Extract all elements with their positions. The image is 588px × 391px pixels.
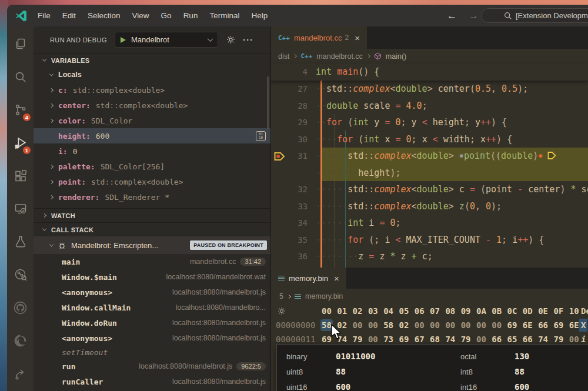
menu-item-edit[interactable]: Edit	[56, 5, 82, 26]
variable-row[interactable]: i:0	[34, 143, 270, 159]
variable-row[interactable]: palette:SDL_Color[256]	[34, 159, 270, 174]
breadcrumb-file[interactable]: memory.bin	[305, 292, 343, 300]
breadcrumb-dist[interactable]: dist	[278, 52, 289, 61]
code-line[interactable]: 4int main() {	[271, 64, 588, 81]
code-line[interactable]: 29··for (int y = 0; y < height; y++) {	[271, 114, 588, 131]
scope-locals[interactable]: Locals	[34, 67, 270, 82]
debug-continue-icon	[547, 151, 556, 160]
watch-header-label: WATCH	[51, 212, 75, 219]
start-debug-icon[interactable]	[121, 37, 126, 43]
code-line[interactable]: 33······std::complex<double> z(0, 0);	[271, 198, 588, 215]
hex-byte[interactable]: 6E	[523, 318, 538, 332]
github-icon[interactable]	[7, 291, 34, 324]
debug-visualizer-icon[interactable]	[7, 258, 34, 291]
code-line[interactable]: 32······std::complex<double> c = (point …	[271, 181, 588, 198]
variable-row[interactable]: renderer:SDL_Renderer *	[34, 189, 270, 205]
panel-breadcrumb[interactable]: 5 memory.bin	[271, 289, 588, 304]
close-icon[interactable]: ×	[334, 273, 339, 283]
stack-frame[interactable]: runlocalhost:8080/mandelbrot.js9622:5	[34, 359, 270, 374]
run-debug-sidebar: RUN AND DEBUG Mandelbrot ··· VARIABLES	[34, 26, 270, 391]
edge-browser-icon[interactable]	[7, 324, 34, 357]
hex-byte[interactable]: 00	[353, 318, 368, 332]
menu-item-file[interactable]: File	[32, 5, 56, 26]
menu-item-selection[interactable]: Selection	[82, 5, 126, 26]
hex-byte[interactable]: 58	[383, 318, 399, 332]
code-line[interactable]: 30····for (int x = 0; x < width; x++) {	[271, 131, 588, 148]
command-center-search[interactable]: [Extension Development Host]	[481, 8, 588, 23]
hex-byte[interactable]: 00	[476, 318, 492, 332]
hex-byte[interactable]: 00	[430, 318, 445, 332]
hex-byte[interactable]: 02	[399, 318, 414, 332]
search-view-icon[interactable]	[7, 61, 34, 93]
stack-frame[interactable]: setTimeout	[34, 346, 270, 359]
launch-config-dropdown[interactable]: Mandelbrot	[115, 32, 218, 48]
code-line[interactable]: 36········z = z * z + c;	[271, 248, 588, 265]
tab-label: memory.bin	[289, 274, 328, 283]
gear-icon[interactable]	[226, 35, 236, 45]
menu-item-run[interactable]: Run	[178, 5, 204, 26]
variables-section-header[interactable]: VARIABLES	[34, 53, 270, 67]
code-line[interactable]: 27··std::complex<double> center(0.5, 0.5…	[271, 81, 588, 98]
tab-mandelbrot-cc[interactable]: C++ mandelbrot.cc 2 ×	[271, 26, 367, 49]
stack-frame[interactable]: <anonymous>localhost:8080/mandelbrot.js	[34, 330, 270, 346]
close-icon[interactable]: ×	[355, 33, 360, 43]
variable-row[interactable]: point:std::complex<double>	[34, 174, 270, 189]
code-line[interactable]: 31······std::complex<double> ●point((dou…	[271, 148, 588, 165]
code-line[interactable]: 34······int i = 0;	[271, 215, 588, 232]
variable-row[interactable]: height:6000110	[34, 128, 270, 143]
stack-frame[interactable]: Window.$mainlocalhost:8080/mandelbrot.wa…	[34, 269, 270, 285]
nav-forward-icon[interactable]: →	[469, 10, 479, 22]
breadcrumb[interactable]: dist C++ mandelbrot.cc main()	[271, 49, 588, 64]
variable-row[interactable]: center:std::complex<double>	[34, 98, 270, 113]
more-actions-icon[interactable]: ···	[243, 35, 253, 45]
debug-session-row[interactable]: Mandelbrot: Emscripten... PAUSED ON BREA…	[34, 236, 270, 254]
hex-byte[interactable]: 00	[445, 318, 460, 332]
tab-memory-bin[interactable]: memory.bin ×	[271, 268, 346, 289]
menu-item-terminal[interactable]: Terminal	[203, 5, 245, 26]
code-line[interactable]: 28··double scale = 4.0;	[271, 98, 588, 115]
hex-editor[interactable]: 000102030405060708090A0B0C0D0E0F10Decode…	[271, 304, 588, 346]
hex-byte[interactable]: 00	[461, 318, 476, 332]
live-share-icon[interactable]	[7, 357, 34, 390]
source-control-icon[interactable]: 4	[7, 93, 34, 126]
stack-frame[interactable]: Window.doRunlocalhost:8080/mandelbrot.js	[34, 315, 270, 330]
menu-item-go[interactable]: Go	[155, 5, 178, 26]
nav-back-icon[interactable]: ←	[447, 10, 457, 22]
breadcrumb-file[interactable]: mandelbrot.cc	[316, 52, 363, 61]
code-line[interactable]: ········height);	[271, 165, 588, 182]
explorer-icon[interactable]	[7, 28, 34, 61]
callstack-section-header[interactable]: CALL STACK	[34, 222, 270, 236]
remote-explorer-icon[interactable]	[7, 192, 34, 225]
hex-byte[interactable]: 00	[492, 318, 507, 332]
code-line[interactable]: 35······for (; i < MAX_ITER_COUNT - 1; i…	[271, 232, 588, 249]
hex-row[interactable]: 00000000580200005802000000000000696E6669…	[271, 318, 588, 332]
menu-item-view[interactable]: View	[126, 5, 155, 26]
sidebar-scrollbar[interactable]	[267, 76, 269, 129]
binary-view-icon[interactable]: 0110	[256, 131, 266, 141]
hex-byte[interactable]: 66	[538, 318, 553, 332]
stack-frame[interactable]: Window.callMainlocalhost:8080/mandelbro.…	[34, 300, 270, 315]
menu-item-help[interactable]: Help	[245, 5, 273, 26]
run-debug-icon[interactable]: 1	[7, 126, 34, 159]
sticky-line[interactable]: 4int main() {	[271, 64, 588, 81]
hex-byte[interactable]: 00	[368, 318, 383, 332]
breadcrumb-offset[interactable]: 5	[279, 292, 283, 300]
breadcrumb-symbol[interactable]: main()	[386, 52, 406, 61]
hex-byte[interactable]: 69	[507, 318, 523, 332]
variable-row[interactable]: color:SDL_Color	[34, 113, 270, 128]
hex-byte[interactable]: 00	[415, 318, 430, 332]
watch-section-header[interactable]: WATCH	[34, 208, 270, 222]
stack-frame[interactable]: mainmandelbrot.cc31:42	[34, 254, 270, 269]
cpp-file-icon: C++	[300, 52, 312, 60]
search-input[interactable]: [Extension Development Host]	[516, 11, 588, 20]
chevron-down-icon	[207, 36, 213, 42]
stack-frame[interactable]: <anonymous>localhost:8080/mandelbrot.js	[34, 285, 270, 300]
sidebar-header: RUN AND DEBUG Mandelbrot ···	[34, 26, 270, 53]
extensions-icon[interactable]	[7, 159, 34, 192]
variable-row[interactable]: c:std::complex<double>	[34, 82, 270, 98]
code-area[interactable]: 27··std::complex<double> center(0.5, 0.5…	[271, 81, 588, 268]
stack-frame[interactable]: runCallerlocalhost:8080/mandelbrot.js	[34, 374, 270, 389]
hex-byte[interactable]: 69	[553, 318, 569, 332]
testing-icon[interactable]	[7, 225, 34, 258]
binary-file-icon	[278, 276, 285, 281]
